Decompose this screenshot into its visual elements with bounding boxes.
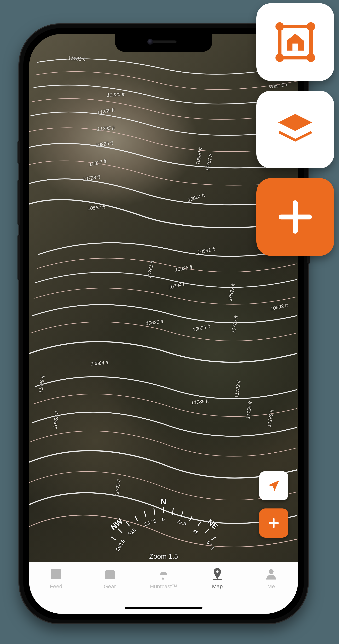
- huntcast-icon: [156, 567, 171, 581]
- tab-map-label: Map: [212, 583, 223, 590]
- tab-feed-label: Feed: [50, 583, 62, 590]
- home-indicator: [125, 606, 202, 609]
- bottom-tab-bar: Feed Gear Huntcast™: [29, 562, 298, 614]
- mute-switch: [18, 141, 20, 164]
- location-arrow-icon: [266, 478, 281, 493]
- home-area-tool-icon: [272, 20, 318, 65]
- add-button[interactable]: [256, 178, 334, 256]
- feed-icon: [49, 567, 63, 581]
- volume-down-button: [18, 235, 20, 280]
- svg-point-17: [306, 54, 315, 62]
- add-marker-button[interactable]: [259, 508, 288, 538]
- elevation-label: 11220 ft: [107, 91, 124, 98]
- tab-huntcast-label: Huntcast™: [150, 583, 177, 590]
- svg-rect-18: [292, 44, 298, 51]
- svg-point-15: [306, 22, 315, 31]
- gear-icon: [102, 567, 117, 581]
- tab-gear-label: Gear: [104, 583, 116, 590]
- svg-point-16: [276, 54, 284, 62]
- plus-icon: [266, 516, 281, 530]
- layers-button[interactable]: [256, 91, 334, 168]
- tab-gear[interactable]: Gear: [90, 567, 129, 590]
- speaker-grill: [151, 40, 176, 44]
- locate-me-button[interactable]: [259, 471, 288, 500]
- home-area-tool-button[interactable]: [256, 3, 334, 81]
- map-mini-controls: [259, 471, 288, 538]
- tab-feed[interactable]: Feed: [36, 567, 76, 590]
- map-pin-icon: [210, 567, 225, 581]
- profile-icon: [264, 567, 278, 581]
- plus-icon: [272, 194, 318, 240]
- volume-up-button: [18, 180, 20, 225]
- tab-me-label: Me: [267, 583, 275, 590]
- tab-me[interactable]: Me: [252, 567, 290, 590]
- tab-huntcast[interactable]: Huntcast™: [144, 567, 183, 590]
- floating-map-controls: [256, 3, 334, 256]
- tab-map[interactable]: Map: [198, 567, 237, 590]
- svg-point-14: [276, 22, 284, 31]
- layers-icon: [272, 107, 318, 152]
- phone-notch: [115, 34, 212, 52]
- front-camera: [148, 39, 153, 45]
